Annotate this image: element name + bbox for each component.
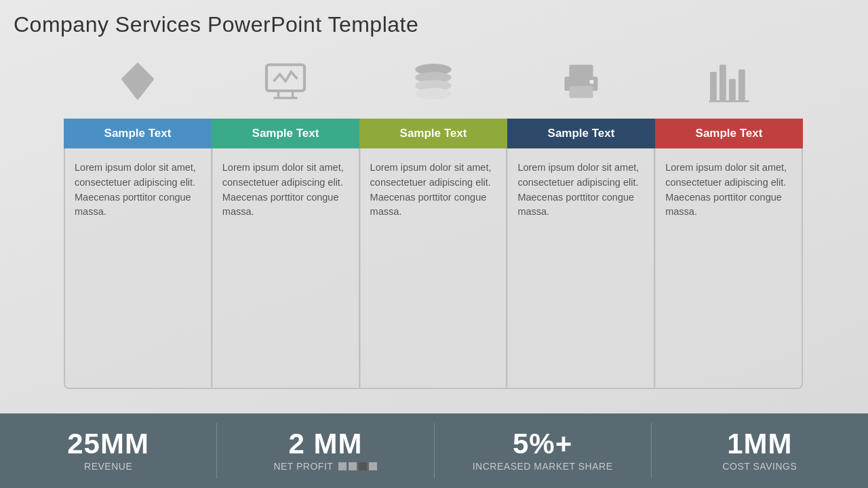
svg-rect-12 [590,80,594,84]
svg-rect-15 [729,79,736,101]
slide: Company Services PowerPoint Template [0,0,868,488]
stat-market-share-label-row: Increased Market Share [473,461,613,472]
stat-market-share-value: 5%+ [513,430,572,458]
header-cell-2: Sample Text [212,119,359,148]
icon-block-2 [349,462,357,470]
header-cell-3: Sample Text [359,119,507,148]
table-container: Sample Text Sample Text Sample Text Samp… [64,119,803,389]
svg-rect-13 [710,72,717,100]
stat-cost-savings: 1MM Cost Savings [652,423,868,479]
diamond-icon [114,58,161,105]
body-cell-4: Lorem ipsum dolor sit amet, consectetuer… [507,148,655,389]
stat-cost-savings-label: Cost Savings [723,461,797,472]
svg-rect-16 [738,70,745,101]
printer-icon [557,58,605,105]
icon-cell-5 [655,58,803,105]
table-body: Lorem ipsum dolor sit amet, consectetuer… [64,148,803,389]
icon-block-3 [359,462,367,470]
body-cell-1: Lorem ipsum dolor sit amet, consectetuer… [64,148,212,389]
header-cell-4: Sample Text [507,119,655,148]
header-cell-5: Sample Text [655,119,803,148]
icon-cell-2 [212,58,359,105]
stats-bar: 25MM Revenue 2 MM Net Profit 5%+ Increas… [0,413,868,488]
stat-net-profit-label-row: Net Profit [273,461,377,472]
svg-point-8 [415,88,451,100]
svg-rect-11 [570,86,593,98]
icon-block-1 [338,462,347,470]
stat-cost-savings-value: 1MM [727,430,792,458]
icon-block-4 [369,462,377,470]
table-header: Sample Text Sample Text Sample Text Samp… [64,119,803,148]
icon-cell-1 [64,58,212,105]
body-cell-5: Lorem ipsum dolor sit amet, consectetuer… [655,148,803,389]
stat-revenue-label-row: Revenue [84,461,132,472]
stat-net-profit-icons [338,462,377,470]
chart-icon [705,58,753,105]
monitor-icon [262,58,309,105]
svg-rect-9 [570,65,593,79]
svg-rect-1 [267,65,304,92]
layers-icon [410,58,457,105]
icons-row [64,47,803,115]
slide-title: Company Services PowerPoint Template [14,12,418,37]
stat-cost-savings-label-row: Cost Savings [723,461,797,472]
body-cell-3: Lorem ipsum dolor sit amet, consectetuer… [360,148,508,389]
icon-cell-3 [359,58,507,105]
svg-rect-14 [719,65,726,101]
stat-market-share: 5%+ Increased Market Share [435,423,652,479]
body-cell-2: Lorem ipsum dolor sit amet, consectetuer… [212,148,360,389]
svg-marker-0 [121,62,155,100]
header-cell-1: Sample Text [64,119,212,148]
icon-cell-4 [507,58,655,105]
stat-revenue-label: Revenue [84,461,132,472]
stat-revenue-value: 25MM [67,430,149,458]
stat-net-profit-value: 2 MM [288,430,362,458]
stat-market-share-label: Increased Market Share [473,461,613,472]
stat-revenue: 25MM Revenue [0,423,217,479]
stat-net-profit-label: Net Profit [273,461,333,472]
stat-net-profit: 2 MM Net Profit [217,423,434,479]
